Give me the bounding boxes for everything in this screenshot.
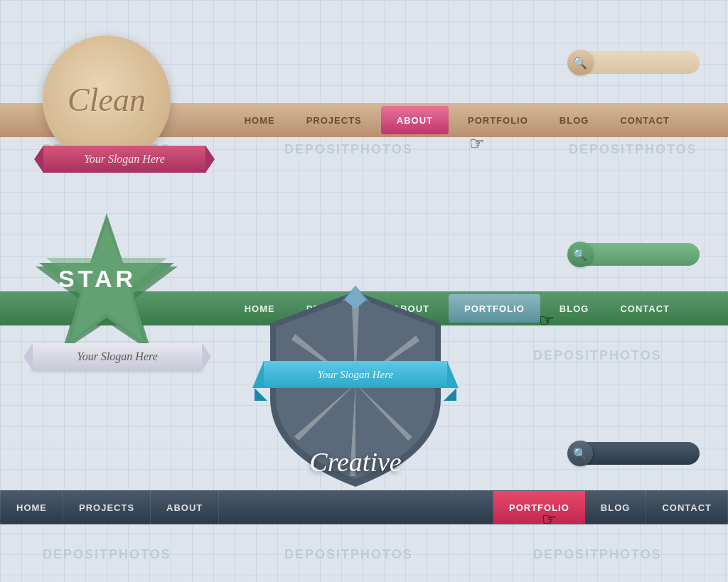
nav1-about[interactable]: ABOUT [381, 106, 449, 134]
ribbon3-tail-right [444, 388, 456, 401]
nav3-projects[interactable]: PROJECTS [63, 491, 151, 524]
nav3-about[interactable]: ABOUT [151, 491, 219, 524]
nav3-contact[interactable]: CONTACT [646, 491, 728, 524]
search2-input[interactable] [586, 243, 700, 266]
watermark-7: depositphotos [43, 547, 171, 562]
nav2-blog[interactable]: BLOG [544, 291, 605, 325]
ribbon3-slogan: Your Slogan Here [318, 369, 393, 381]
watermark-9: depositphotos [533, 547, 662, 562]
search1-container: 🔍 [567, 50, 700, 75]
nav1-blog[interactable]: BLOG [544, 103, 605, 137]
logo-clean-text: Clean [68, 81, 146, 119]
ribbon1: Your Slogan Here [32, 146, 217, 185]
ribbon2-slogan: Your Slogan Here [77, 350, 158, 363]
nav3-home[interactable]: HOME [0, 491, 63, 524]
search3-input[interactable] [586, 442, 700, 465]
search1-input[interactable] [586, 51, 700, 74]
search2-button[interactable]: 🔍 [567, 242, 593, 267]
ribbon3: Your Slogan Here [249, 361, 462, 388]
logo-creative-container: Your Slogan Here Creative [256, 284, 455, 505]
search2-container: 🔍 [567, 242, 700, 267]
nav3-blog[interactable]: BLOG [585, 491, 647, 524]
ribbon1-slogan: Your Slogan Here [84, 153, 165, 166]
watermark-2: depositphotos [284, 142, 413, 157]
ribbon1-main: Your Slogan Here [43, 146, 206, 173]
search1-icon: 🔍 [573, 56, 587, 70]
search3-button[interactable]: 🔍 [567, 441, 593, 466]
nav1-projects[interactable]: PROJECTS [291, 103, 378, 137]
ribbon3-main: Your Slogan Here [263, 361, 448, 388]
nav1-home[interactable]: HOME [229, 103, 291, 137]
nav2-contact[interactable]: CONTACT [604, 291, 685, 325]
nav1-contact[interactable]: CONTACT [604, 103, 685, 137]
search3-icon: 🔍 [573, 447, 587, 460]
search3-container: 🔍 [567, 441, 700, 466]
nav3-portfolio[interactable]: PORTFOLIO [493, 491, 585, 524]
search1-button[interactable]: 🔍 [567, 50, 593, 75]
nav2-portfolio[interactable]: PORTFOLIO [449, 294, 540, 323]
watermark-3: depositphotos [569, 142, 697, 157]
creative-logo-text: Creative [309, 446, 401, 478]
ribbon3-tail-left [255, 388, 267, 401]
nav1-portfolio[interactable]: PORTFOLIO [452, 103, 544, 137]
watermark-6: depositphotos [533, 348, 662, 363]
ribbon2: Your Slogan Here [21, 343, 213, 370]
logo-clean: Clean [43, 36, 171, 163]
star-logo-text: STAR [58, 265, 136, 293]
watermark-8: depositphotos [284, 547, 413, 562]
search2-icon: 🔍 [573, 248, 587, 262]
ribbon2-main: Your Slogan Here [32, 343, 203, 370]
